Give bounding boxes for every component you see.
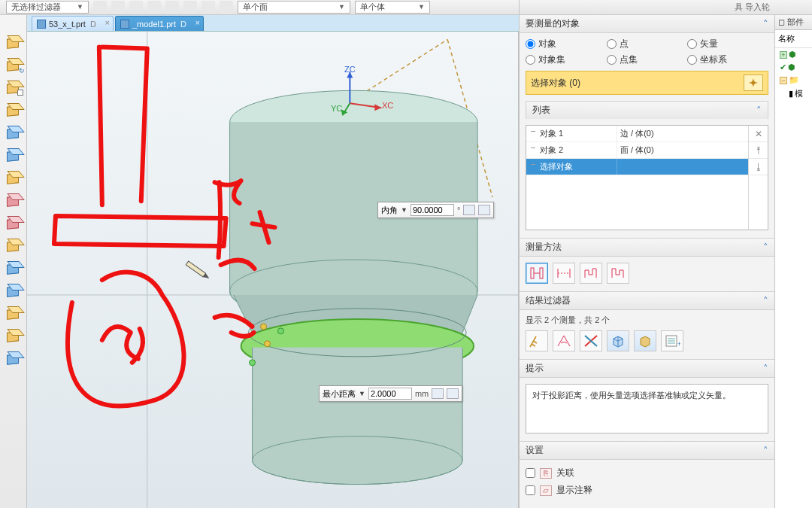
setting-associative[interactable]: ⎘ 关联 <box>526 464 768 482</box>
nav-node-child[interactable]: ▮模 <box>775 87 812 101</box>
svg-marker-19 <box>347 71 353 78</box>
feature-face-icon[interactable] <box>3 280 24 300</box>
ribbon-icon[interactable] <box>183 1 197 14</box>
calculator-icon[interactable] <box>432 388 444 399</box>
nav-node[interactable]: +⬢ <box>775 48 812 61</box>
list-title[interactable]: 列表 ˄ <box>526 101 768 119</box>
section-objects-title[interactable]: 要测量的对象 ˄ <box>520 15 774 33</box>
feature-emboss-icon[interactable] <box>3 303 24 322</box>
radio-vector[interactable]: 矢量 <box>687 38 768 50</box>
radio-csys[interactable]: 坐标系 <box>687 53 768 66</box>
section-title-text: 测量方法 <box>526 241 562 254</box>
method-chain-icon[interactable] <box>580 263 602 284</box>
section-title-text: 结果过滤器 <box>526 294 571 307</box>
list-remove-button[interactable]: ✕ <box>749 126 768 142</box>
feature-shell-icon[interactable] <box>3 122 24 141</box>
list-row-selected[interactable]: 选择对象 <box>526 159 748 175</box>
filter-body-icon[interactable] <box>607 330 629 351</box>
dimension-icon[interactable] <box>447 388 459 399</box>
list-row[interactable]: 对象 2 面 / 体(0) <box>526 142 748 159</box>
angle-callout[interactable]: 内角 ▼ ° <box>377 202 494 218</box>
calculator-icon[interactable] <box>463 205 475 215</box>
nav-name-header: 名称 <box>775 30 812 48</box>
svg-point-14 <box>261 324 267 330</box>
ribbon-icon[interactable] <box>147 1 161 14</box>
setting-annotation[interactable]: ▱ 显示注释 <box>526 482 768 499</box>
close-icon[interactable]: × <box>195 18 199 27</box>
list-down-button[interactable]: ⭳ <box>749 159 768 175</box>
face-mode-selector[interactable]: 单个面 ▼ <box>238 1 350 14</box>
measure-panel: 具 导入轮 要测量的对象 ˄ 对象 点 矢量 对象集 点集 坐标系 选择对象 (… <box>519 0 774 508</box>
filter-list-icon[interactable]: + <box>661 330 683 351</box>
distance-input[interactable] <box>368 388 412 400</box>
feature-pad-icon[interactable] <box>3 99 24 119</box>
section-title-text: 设置 <box>526 444 544 457</box>
list-up-button[interactable]: ⭱ <box>749 142 768 159</box>
method-projected-icon[interactable] <box>553 263 575 284</box>
object-list: 对象 1 边 / 体(0) 对象 2 面 / 体(0) 选择对象 ✕ ⭱ <box>526 125 768 230</box>
document-tabs: 53_x_t.prt D × _model1.prt D × <box>27 15 519 32</box>
feature-chamfer-icon[interactable] <box>3 167 24 187</box>
section-filter: 结果过滤器 ˄ 显示 2 个测量，共 2 个 <box>520 292 774 360</box>
ribbon-icon[interactable] <box>220 1 233 14</box>
section-settings-title[interactable]: 设置 ˄ <box>520 442 774 460</box>
section-method-title[interactable]: 测量方法 ˄ <box>520 239 774 257</box>
nav-node[interactable]: ✔⬢ <box>775 61 812 74</box>
close-icon[interactable]: × <box>105 18 109 27</box>
filter-dimension-icon[interactable] <box>526 330 548 351</box>
dimension-icon[interactable] <box>478 205 490 215</box>
pick-icon[interactable]: ✦ <box>744 75 763 91</box>
nav-node-folder[interactable]: –📁 <box>775 74 812 87</box>
angle-unit: ° <box>457 205 460 214</box>
annotation-icon: ▱ <box>540 485 552 496</box>
chevron-up-icon: ˄ <box>763 363 768 374</box>
radio-object-set[interactable]: 对象集 <box>526 53 607 66</box>
tab-file-model1[interactable]: _model1.prt D × <box>115 16 204 31</box>
feature-block-icon[interactable] <box>3 32 24 51</box>
feature-thicken-icon[interactable] <box>3 325 24 345</box>
ribbon-icon[interactable] <box>93 1 107 14</box>
feature-mirror-icon[interactable] <box>3 348 24 367</box>
list-row[interactable]: 对象 1 边 / 体(0) <box>526 126 748 142</box>
filter-edge-icon[interactable] <box>580 330 602 351</box>
select-object-row[interactable]: 选择对象 (0) ✦ <box>526 71 768 95</box>
filter-angle-icon[interactable] <box>553 330 575 351</box>
feature-hole-icon[interactable] <box>3 77 24 96</box>
section-tips-title[interactable]: 提示 ˄ <box>520 360 774 378</box>
svg-rect-24 <box>186 261 205 277</box>
body-mode-selector[interactable]: 单个体 ▼ <box>355 1 430 14</box>
radio-point[interactable]: 点 <box>607 38 688 50</box>
method-max-icon[interactable] <box>607 263 629 284</box>
radio-object[interactable]: 对象 <box>526 38 607 50</box>
body-mode-label: 单个体 <box>360 2 385 13</box>
feature-draft-icon[interactable] <box>3 144 24 164</box>
list-cell <box>617 159 748 175</box>
tab-file-53[interactable]: 53_x_t.prt D × <box>32 16 114 31</box>
ribbon-icon[interactable] <box>111 1 125 14</box>
feature-sweep-icon[interactable] <box>3 235 24 254</box>
list-cell: 面 / 体(0) <box>617 142 748 158</box>
tip-text: 对于投影距离，使用矢量选项选择基准轴或定义矢量。 <box>526 384 768 433</box>
dirty-indicator: D <box>180 20 186 29</box>
angle-input[interactable] <box>411 204 454 216</box>
ribbon-icon[interactable] <box>129 1 143 14</box>
feature-blend-icon[interactable] <box>3 257 24 277</box>
nav-tab-label[interactable]: ◻ 部件 <box>775 15 812 30</box>
filter-selector[interactable]: 无选择过滤器 ▼ <box>6 1 89 14</box>
radio-point-set[interactable]: 点集 <box>607 53 688 66</box>
ribbon-icon[interactable] <box>201 1 215 14</box>
section-filter-title[interactable]: 结果过滤器 ˄ <box>520 292 774 310</box>
feature-remove-icon[interactable] <box>3 190 24 209</box>
tab-label: 53_x_t.prt <box>49 20 86 29</box>
ribbon-icon[interactable] <box>165 1 179 14</box>
graphics-viewport[interactable]: ZC YC XC 内角 ▼ ° 最小距离 ▼ mm <box>27 32 519 508</box>
tab-label: _model1.prt <box>132 20 176 29</box>
filter-face-icon[interactable] <box>634 330 656 351</box>
list-cell: 对象 2 <box>526 142 617 158</box>
filter-selector-label: 无选择过滤器 <box>11 2 61 13</box>
method-distance-icon[interactable] <box>526 263 548 284</box>
feature-split-icon[interactable] <box>3 212 24 232</box>
feature-revolve-icon[interactable]: ↻ <box>3 54 24 74</box>
distance-callout[interactable]: 最小距离 ▼ mm <box>319 385 462 402</box>
list-cell: 边 / 体(0) <box>617 126 748 141</box>
